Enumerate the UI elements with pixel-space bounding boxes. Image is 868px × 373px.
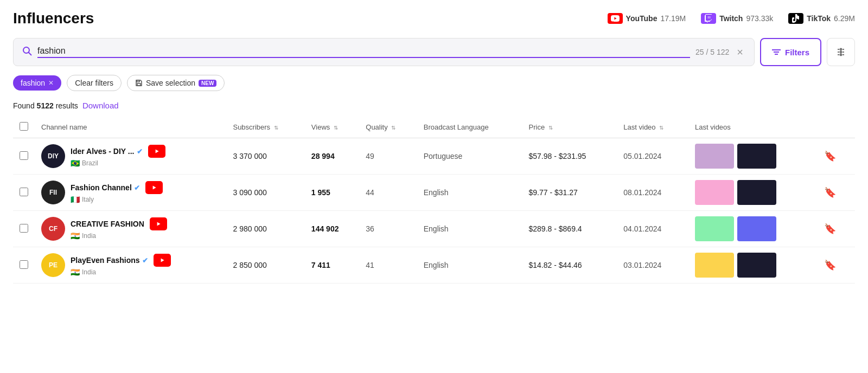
thumb-2[interactable] [737, 144, 776, 169]
search-row: 25 / 5 122 × Filters [13, 38, 855, 66]
col-price[interactable]: Price ⇅ [522, 117, 617, 138]
youtube-play-button[interactable] [148, 145, 165, 158]
clear-filters-label: Clear filters [75, 79, 113, 87]
platform-stats: YouTube 17.19M Twitch 973.33k TikTok 6.2… [608, 13, 855, 24]
thumb-2[interactable] [737, 253, 776, 278]
last-videos-cell [688, 138, 815, 175]
search-clear-button[interactable]: × [735, 44, 745, 61]
row-checkbox-cell[interactable] [13, 138, 35, 175]
col-subscribers[interactable]: Subscribers ⇅ [226, 117, 304, 138]
country-name: Brazil [82, 159, 98, 167]
channel-country: 🇮🇳 India [71, 268, 171, 276]
row-checkbox[interactable] [20, 260, 28, 269]
last-videos-cell [688, 175, 815, 211]
select-all-checkbox[interactable] [20, 122, 28, 131]
svg-rect-14 [137, 83, 141, 86]
bookmark-button[interactable]: 🔖 [822, 151, 838, 162]
verified-icon: ✔ [142, 256, 148, 265]
channel-info: CREATIVE FASHION 🇮🇳 India [71, 217, 167, 240]
svg-point-7 [840, 54, 842, 56]
row-checkbox-cell[interactable] [13, 211, 35, 247]
language-cell: English [417, 211, 522, 247]
youtube-play-button[interactable] [145, 181, 163, 194]
subscribers-cell: 2 850 000 [226, 247, 304, 284]
youtube-play-button[interactable] [150, 217, 167, 230]
col-actions [815, 117, 855, 138]
row-checkbox-cell[interactable] [13, 175, 35, 211]
channel-country: 🇧🇷 Brazil [71, 159, 165, 168]
thumb-1[interactable] [695, 144, 734, 169]
channel-country: 🇮🇳 India [71, 231, 167, 240]
save-selection-button[interactable]: Save selection NEW [127, 75, 225, 91]
influencers-table: Channel name Subscribers ⇅ Views ⇅ Quali… [13, 117, 855, 284]
price-cell: $14.82 - $44.46 [522, 247, 617, 284]
bookmark-cell[interactable]: 🔖 [815, 175, 855, 211]
svg-rect-15 [137, 80, 139, 82]
views-cell: 7 411 [305, 247, 359, 284]
search-input[interactable] [37, 46, 690, 58]
results-count: 5122 [37, 101, 54, 110]
row-checkbox[interactable] [20, 188, 28, 196]
thumb-2[interactable] [737, 180, 776, 205]
table-row: FII Fashion Channel ✔ 🇮🇹 Italy 3 090 000 [13, 175, 855, 211]
col-quality[interactable]: Quality ⇅ [359, 117, 417, 138]
settings-button[interactable] [827, 38, 855, 66]
bookmark-cell[interactable]: 🔖 [815, 138, 855, 175]
clear-filters-button[interactable]: Clear filters [67, 75, 122, 91]
youtube-icon [608, 13, 623, 24]
last-videos-cell [688, 247, 815, 284]
country-name: Italy [82, 196, 94, 203]
bookmark-button[interactable]: 🔖 [822, 260, 838, 271]
thumb-1[interactable] [695, 216, 734, 241]
country-name: India [82, 232, 96, 240]
platform-youtube: YouTube 17.19M [608, 13, 686, 24]
col-channel-name: Channel name [35, 117, 226, 138]
quality-sort-icon: ⇅ [391, 125, 395, 131]
last-video-cell: 04.01.2024 [617, 211, 688, 247]
row-checkbox[interactable] [20, 224, 28, 233]
language-cell: Portuguese [417, 138, 522, 175]
remove-filter-icon[interactable]: ✕ [48, 79, 54, 87]
views-cell: 28 994 [305, 138, 359, 175]
country-name: India [82, 268, 96, 276]
col-last-video[interactable]: Last video ⇅ [617, 117, 688, 138]
bookmark-cell[interactable]: 🔖 [815, 211, 855, 247]
thumb-2[interactable] [737, 216, 776, 241]
filter-chips: fashion ✕ Clear filters Save selection N… [13, 75, 855, 91]
filters-button[interactable]: Filters [760, 38, 821, 66]
twitch-name: Twitch [719, 14, 743, 23]
filters-label: Filters [785, 48, 809, 57]
youtube-play-button[interactable] [154, 254, 171, 267]
page-header: Influencers YouTube 17.19M Twitch 973.33… [13, 10, 855, 27]
thumb-1[interactable] [695, 253, 734, 278]
thumb-1[interactable] [695, 180, 734, 205]
bookmark-cell[interactable]: 🔖 [815, 247, 855, 284]
svg-point-0 [23, 47, 29, 53]
select-all-header[interactable] [13, 117, 35, 138]
bookmark-button[interactable]: 🔖 [822, 187, 838, 198]
bookmark-button[interactable]: 🔖 [822, 223, 838, 234]
svg-line-1 [29, 52, 32, 55]
row-checkbox[interactable] [20, 151, 28, 160]
svg-marker-17 [152, 185, 156, 189]
twitch-icon [701, 13, 716, 24]
download-link[interactable]: Download [82, 101, 119, 110]
col-views[interactable]: Views ⇅ [305, 117, 359, 138]
channel-info: Fashion Channel ✔ 🇮🇹 Italy [71, 181, 163, 204]
active-filter-chip[interactable]: fashion ✕ [13, 75, 61, 91]
svg-point-6 [840, 52, 842, 53]
tiktok-count: 6.29M [834, 14, 855, 23]
channel-country: 🇮🇹 Italy [71, 195, 163, 204]
row-checkbox-cell[interactable] [13, 247, 35, 284]
channel-name-cell: FII Fashion Channel ✔ 🇮🇹 Italy [35, 175, 226, 211]
channel-avatar: DIY [41, 144, 65, 168]
twitch-count: 973.33k [746, 14, 773, 23]
youtube-count: 17.19M [660, 14, 686, 23]
price-cell: $57.98 - $231.95 [522, 138, 617, 175]
price-cell: $289.8 - $869.4 [522, 211, 617, 247]
subscribers-cell: 3 370 000 [226, 138, 304, 175]
svg-point-5 [840, 49, 842, 50]
last-video-cell: 08.01.2024 [617, 175, 688, 211]
last-videos-cell [688, 211, 815, 247]
platform-twitch: Twitch 973.33k [701, 13, 773, 24]
